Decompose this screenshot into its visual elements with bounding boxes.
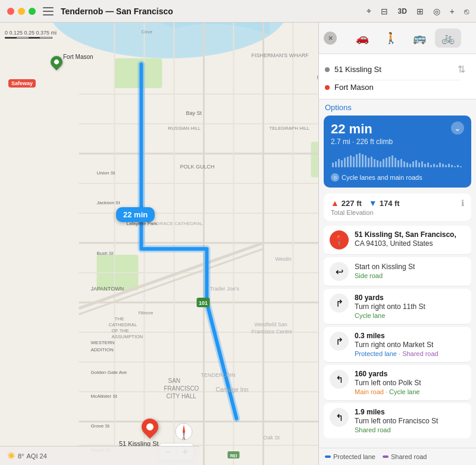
direction-content-2: 80 yards Turn right onto 11th St Cycle l… (355, 294, 465, 319)
direction-content-5: 1.9 miles Turn left onto Francisco St Sh… (355, 408, 465, 433)
weather-info: ☀️ 8° AQI 24 (7, 452, 47, 460)
protected-lane-label: Protected lane (355, 350, 397, 357)
direction-item-0: 📍 51 Kissling St, San Francisco, CA 9410… (324, 226, 471, 255)
route-card-primary[interactable]: 22 min 2.7 mi · 226 ft climb ⌄ (324, 116, 471, 188)
direction-item-5: ↰ 1.9 miles Turn left onto Francisco St … (324, 403, 471, 438)
svg-rect-87 (383, 159, 384, 167)
shared-road-dot (383, 455, 389, 458)
directions-list[interactable]: 📍 51 Kissling St, San Francisco, CA 9410… (319, 223, 476, 448)
car-mode-button[interactable]: 🚗 (349, 29, 375, 48)
svg-text:101: 101 (199, 300, 208, 306)
direction-road-type-4: Main road · Cycle lane (355, 388, 465, 395)
svg-rect-83 (371, 157, 372, 167)
transit-mode-button[interactable]: 🚌 (406, 29, 433, 48)
svg-rect-104 (433, 164, 435, 167)
elevation-up-icon: ▲ (331, 198, 339, 208)
directions-panel: ✕ 🚗 🚶 🚌 🚲 51 Kissling St ⇅ Fort Mason Op… (318, 23, 476, 465)
legend-protected: Protected lane (325, 453, 375, 460)
svg-rect-108 (445, 165, 447, 167)
svg-rect-88 (386, 158, 387, 167)
titlebar: Tendernob — San Francisco ⌖ ⊟ 3D ⊞ ◎ + ⎋ (0, 0, 476, 23)
layers-icon[interactable]: ⊞ (416, 7, 424, 16)
svg-rect-97 (412, 161, 414, 167)
route-distance: 2.7 mi (331, 138, 350, 146)
svg-rect-72 (338, 159, 340, 167)
svg-rect-100 (421, 161, 423, 167)
svg-rect-105 (436, 165, 438, 167)
elevation-chart (331, 151, 464, 167)
svg-text:THE: THE (115, 316, 124, 322)
map-icon[interactable]: ⊟ (381, 7, 388, 16)
to-dot (325, 85, 330, 90)
svg-text:Oak St: Oak St (264, 435, 280, 441)
bike-mode-button[interactable]: 🚲 (435, 29, 461, 48)
elevation-info-icon[interactable]: ℹ (461, 198, 464, 208)
scale-bar: 0 0.125 0.25 0.375 mi (5, 30, 57, 39)
svg-rect-81 (365, 155, 367, 167)
svg-rect-112 (457, 165, 459, 167)
direction-road-type-5: Shared road (355, 426, 465, 433)
from-address: 51 Kissling St (334, 65, 453, 74)
direction-instruction-3: Turn right onto Market St (355, 341, 465, 349)
legend-shared: Shared road (383, 453, 427, 460)
svg-text:CITY HALL: CITY HALL (167, 393, 197, 400)
svg-text:Jackson St: Jackson St (97, 200, 121, 205)
route-card-header: 22 min 2.7 mi · 226 ft climb ⌄ (324, 116, 471, 149)
route-climb: 226 ft climb (356, 138, 393, 146)
svg-text:TENDERLOIN: TENDERLOIN (201, 372, 236, 378)
direction-content-4: 160 yards Turn left onto Polk St Main ro… (355, 370, 465, 395)
maximize-window-button[interactable] (29, 8, 36, 15)
share-icon[interactable]: ⎋ (464, 7, 469, 16)
svg-text:RUSSIAN HILL: RUSSIAN HILL (168, 126, 201, 131)
svg-rect-98 (415, 160, 417, 167)
svg-rect-85 (377, 160, 378, 167)
swap-addresses-button[interactable]: ⇅ (453, 61, 470, 77)
svg-rect-80 (362, 154, 364, 167)
elevation-up-value: 227 ft (342, 199, 362, 208)
map-legend: Protected lane Shared road (319, 448, 476, 465)
svg-text:CATHEDRAL: CATHEDRAL (109, 322, 137, 327)
fort-mason-label: Fort Mason (63, 54, 93, 60)
shared-road-legend-label: Shared road (391, 453, 427, 460)
close-window-button[interactable] (7, 8, 14, 15)
location-pin-icon[interactable]: ◎ (433, 7, 440, 16)
svg-text:Union St: Union St (97, 170, 115, 176)
direction-item-1: ↩ Start on Kissling St Side road (324, 257, 471, 286)
destination-pin-icon: 📍 (330, 230, 349, 249)
protected-lane-legend-label: Protected lane (333, 453, 375, 460)
turn-left-icon-5: ↰ (330, 408, 349, 427)
turn-left-icon-4: ↰ (330, 370, 349, 389)
svg-rect-109 (448, 164, 450, 167)
svg-rect-91 (394, 158, 396, 167)
svg-rect-75 (347, 157, 349, 167)
direction-instruction-5: Turn left onto Francisco St (355, 417, 465, 425)
location-icon[interactable]: ⌖ (367, 6, 371, 16)
svg-rect-77 (353, 157, 355, 167)
svg-rect-86 (380, 161, 381, 167)
svg-text:Carriage Inn: Carriage Inn (216, 386, 249, 393)
svg-rect-99 (418, 163, 420, 167)
add-icon[interactable]: + (450, 7, 455, 16)
svg-rect-73 (341, 160, 343, 167)
sidebar-toggle-button[interactable] (43, 7, 54, 15)
walk-mode-button[interactable]: 🚶 (378, 29, 404, 48)
direction-content-1: Start on Kissling St Side road (355, 262, 465, 279)
minimize-window-button[interactable] (18, 8, 25, 15)
expand-route-button[interactable]: ⌄ (451, 121, 464, 135)
shared-road-label: Shared road (402, 350, 439, 357)
options-label: Options (319, 99, 476, 113)
svg-text:Trader Joe's: Trader Joe's (210, 286, 240, 292)
threed-button[interactable]: 3D (397, 7, 406, 15)
svg-text:Bush St: Bush St (97, 251, 114, 256)
svg-rect-102 (427, 163, 429, 167)
svg-rect-93 (400, 159, 402, 167)
direction-content-3: 0.3 miles Turn right onto Market St Prot… (355, 332, 465, 357)
to-address: Fort Mason (334, 83, 470, 92)
svg-text:REI: REI (230, 454, 237, 458)
svg-rect-79 (359, 153, 361, 167)
safeway-label: Safeway (8, 79, 36, 88)
svg-rect-96 (409, 164, 411, 167)
direction-distance-4: 160 yards (355, 370, 465, 378)
close-panel-button[interactable]: ✕ (324, 32, 337, 45)
svg-text:FRANCISCO: FRANCISCO (164, 385, 199, 392)
